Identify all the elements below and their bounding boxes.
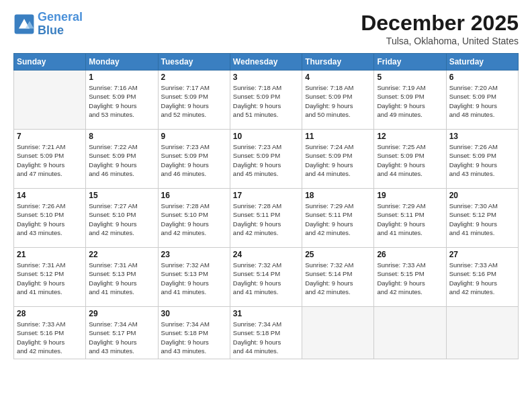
day-info: Sunrise: 7:33 AM Sunset: 5:16 PM Dayligh… bbox=[449, 261, 515, 296]
day-number: 15 bbox=[89, 191, 154, 200]
day-info: Sunrise: 7:20 AM Sunset: 5:09 PM Dayligh… bbox=[449, 83, 515, 119]
day-number: 13 bbox=[449, 132, 515, 141]
table-row: 28Sunrise: 7:33 AM Sunset: 5:16 PM Dayli… bbox=[14, 307, 86, 359]
day-number: 18 bbox=[305, 191, 371, 200]
day-info: Sunrise: 7:33 AM Sunset: 5:15 PM Dayligh… bbox=[377, 261, 443, 296]
table-row bbox=[14, 71, 86, 130]
table-row: 7Sunrise: 7:21 AM Sunset: 5:09 PM Daylig… bbox=[14, 130, 86, 189]
day-info: Sunrise: 7:28 AM Sunset: 5:11 PM Dayligh… bbox=[233, 201, 299, 237]
col-saturday: Saturday bbox=[446, 54, 518, 71]
col-sunday: Sunday bbox=[14, 54, 86, 71]
day-number: 29 bbox=[89, 309, 154, 318]
day-info: Sunrise: 7:34 AM Sunset: 5:18 PM Dayligh… bbox=[161, 320, 227, 355]
day-number: 23 bbox=[161, 250, 227, 259]
table-row: 29Sunrise: 7:34 AM Sunset: 5:17 PM Dayli… bbox=[86, 307, 158, 359]
table-row: 20Sunrise: 7:30 AM Sunset: 5:12 PM Dayli… bbox=[446, 189, 518, 248]
day-info: Sunrise: 7:30 AM Sunset: 5:12 PM Dayligh… bbox=[449, 201, 515, 237]
day-info: Sunrise: 7:33 AM Sunset: 5:16 PM Dayligh… bbox=[17, 320, 83, 355]
day-number: 21 bbox=[17, 250, 83, 259]
day-number: 27 bbox=[449, 250, 515, 259]
table-row: 23Sunrise: 7:32 AM Sunset: 5:13 PM Dayli… bbox=[158, 248, 230, 307]
table-row bbox=[374, 307, 446, 359]
logo-blue: Blue bbox=[38, 24, 64, 37]
calendar-header-row: Sunday Monday Tuesday Wednesday Thursday… bbox=[14, 54, 519, 71]
day-number: 1 bbox=[89, 73, 154, 82]
col-wednesday: Wednesday bbox=[230, 54, 302, 71]
day-number: 24 bbox=[233, 250, 299, 259]
table-row: 14Sunrise: 7:26 AM Sunset: 5:10 PM Dayli… bbox=[14, 189, 86, 248]
table-row: 25Sunrise: 7:32 AM Sunset: 5:14 PM Dayli… bbox=[302, 248, 374, 307]
day-info: Sunrise: 7:34 AM Sunset: 5:17 PM Dayligh… bbox=[89, 320, 154, 355]
day-info: Sunrise: 7:22 AM Sunset: 5:09 PM Dayligh… bbox=[89, 142, 154, 178]
table-row: 18Sunrise: 7:29 AM Sunset: 5:11 PM Dayli… bbox=[302, 189, 374, 248]
day-info: Sunrise: 7:28 AM Sunset: 5:10 PM Dayligh… bbox=[161, 201, 227, 237]
title-area: December 2025 Tulsa, Oklahoma, United St… bbox=[361, 11, 519, 46]
day-info: Sunrise: 7:25 AM Sunset: 5:09 PM Dayligh… bbox=[377, 142, 443, 178]
day-number: 10 bbox=[233, 132, 299, 141]
col-thursday: Thursday bbox=[302, 54, 374, 71]
day-info: Sunrise: 7:19 AM Sunset: 5:09 PM Dayligh… bbox=[377, 83, 443, 119]
day-number: 31 bbox=[233, 309, 299, 318]
day-number: 19 bbox=[377, 191, 443, 200]
day-info: Sunrise: 7:17 AM Sunset: 5:09 PM Dayligh… bbox=[161, 83, 227, 119]
table-row bbox=[446, 307, 518, 359]
day-number: 8 bbox=[89, 132, 154, 141]
day-info: Sunrise: 7:26 AM Sunset: 5:10 PM Dayligh… bbox=[17, 201, 83, 237]
col-friday: Friday bbox=[374, 54, 446, 71]
header: General Blue December 2025 Tulsa, Oklaho… bbox=[13, 11, 519, 46]
table-row: 15Sunrise: 7:27 AM Sunset: 5:10 PM Dayli… bbox=[86, 189, 158, 248]
calendar-week-row: 1Sunrise: 7:16 AM Sunset: 5:09 PM Daylig… bbox=[14, 71, 519, 130]
calendar-week-row: 21Sunrise: 7:31 AM Sunset: 5:12 PM Dayli… bbox=[14, 248, 519, 307]
day-number: 26 bbox=[377, 250, 443, 259]
day-number: 2 bbox=[161, 73, 227, 82]
table-row: 17Sunrise: 7:28 AM Sunset: 5:11 PM Dayli… bbox=[230, 189, 302, 248]
table-row: 27Sunrise: 7:33 AM Sunset: 5:16 PM Dayli… bbox=[446, 248, 518, 307]
day-number: 6 bbox=[449, 73, 515, 82]
day-number: 16 bbox=[161, 191, 227, 200]
location-subtitle: Tulsa, Oklahoma, United States bbox=[361, 36, 519, 46]
table-row: 16Sunrise: 7:28 AM Sunset: 5:10 PM Dayli… bbox=[158, 189, 230, 248]
table-row: 19Sunrise: 7:29 AM Sunset: 5:11 PM Dayli… bbox=[374, 189, 446, 248]
calendar: Sunday Monday Tuesday Wednesday Thursday… bbox=[13, 53, 519, 359]
day-info: Sunrise: 7:18 AM Sunset: 5:09 PM Dayligh… bbox=[233, 83, 299, 119]
day-info: Sunrise: 7:29 AM Sunset: 5:11 PM Dayligh… bbox=[377, 201, 443, 237]
table-row: 24Sunrise: 7:32 AM Sunset: 5:14 PM Dayli… bbox=[230, 248, 302, 307]
table-row: 2Sunrise: 7:17 AM Sunset: 5:09 PM Daylig… bbox=[158, 71, 230, 130]
day-info: Sunrise: 7:34 AM Sunset: 5:18 PM Dayligh… bbox=[233, 320, 299, 355]
table-row: 8Sunrise: 7:22 AM Sunset: 5:09 PM Daylig… bbox=[86, 130, 158, 189]
day-info: Sunrise: 7:24 AM Sunset: 5:09 PM Dayligh… bbox=[305, 142, 371, 178]
table-row: 9Sunrise: 7:23 AM Sunset: 5:09 PM Daylig… bbox=[158, 130, 230, 189]
day-info: Sunrise: 7:21 AM Sunset: 5:09 PM Dayligh… bbox=[17, 142, 83, 178]
table-row: 30Sunrise: 7:34 AM Sunset: 5:18 PM Dayli… bbox=[158, 307, 230, 359]
calendar-week-row: 7Sunrise: 7:21 AM Sunset: 5:09 PM Daylig… bbox=[14, 130, 519, 189]
table-row: 11Sunrise: 7:24 AM Sunset: 5:09 PM Dayli… bbox=[302, 130, 374, 189]
table-row: 1Sunrise: 7:16 AM Sunset: 5:09 PM Daylig… bbox=[86, 71, 158, 130]
logo-icon bbox=[13, 13, 35, 35]
day-info: Sunrise: 7:23 AM Sunset: 5:09 PM Dayligh… bbox=[161, 142, 227, 178]
day-info: Sunrise: 7:31 AM Sunset: 5:13 PM Dayligh… bbox=[89, 261, 154, 296]
table-row: 22Sunrise: 7:31 AM Sunset: 5:13 PM Dayli… bbox=[86, 248, 158, 307]
col-tuesday: Tuesday bbox=[158, 54, 230, 71]
table-row: 5Sunrise: 7:19 AM Sunset: 5:09 PM Daylig… bbox=[374, 71, 446, 130]
month-title: December 2025 bbox=[361, 11, 519, 36]
table-row: 10Sunrise: 7:23 AM Sunset: 5:09 PM Dayli… bbox=[230, 130, 302, 189]
day-number: 20 bbox=[449, 191, 515, 200]
day-info: Sunrise: 7:32 AM Sunset: 5:13 PM Dayligh… bbox=[161, 261, 227, 296]
day-info: Sunrise: 7:26 AM Sunset: 5:09 PM Dayligh… bbox=[449, 142, 515, 178]
day-number: 5 bbox=[377, 73, 443, 82]
logo-general: General bbox=[38, 10, 83, 24]
day-number: 25 bbox=[305, 250, 371, 259]
day-number: 17 bbox=[233, 191, 299, 200]
day-info: Sunrise: 7:29 AM Sunset: 5:11 PM Dayligh… bbox=[305, 201, 371, 237]
day-info: Sunrise: 7:16 AM Sunset: 5:09 PM Dayligh… bbox=[89, 83, 154, 119]
day-number: 30 bbox=[161, 309, 227, 318]
logo: General Blue bbox=[13, 11, 83, 38]
day-info: Sunrise: 7:32 AM Sunset: 5:14 PM Dayligh… bbox=[305, 261, 371, 296]
day-number: 9 bbox=[161, 132, 227, 141]
day-number: 14 bbox=[17, 191, 83, 200]
day-info: Sunrise: 7:23 AM Sunset: 5:09 PM Dayligh… bbox=[233, 142, 299, 178]
calendar-week-row: 28Sunrise: 7:33 AM Sunset: 5:16 PM Dayli… bbox=[14, 307, 519, 359]
day-number: 11 bbox=[305, 132, 371, 141]
col-monday: Monday bbox=[86, 54, 158, 71]
table-row: 13Sunrise: 7:26 AM Sunset: 5:09 PM Dayli… bbox=[446, 130, 518, 189]
